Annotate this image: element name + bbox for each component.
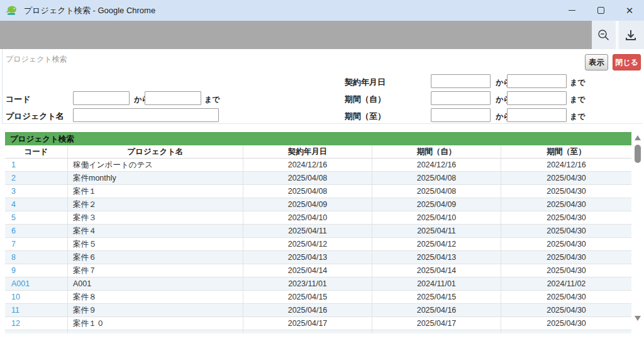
table-cell: 2025/04/14 — [372, 264, 501, 277]
project-name-input[interactable] — [73, 108, 219, 122]
table-cell — [5, 330, 68, 333]
table-cell: A001 — [68, 277, 243, 290]
table-cell: 2024/11/02 — [501, 277, 631, 290]
table-cell: 2023/11/01 — [243, 277, 372, 290]
table-cell: 7 — [5, 238, 68, 250]
period-to-to-input[interactable] — [507, 108, 567, 122]
table-cell: 案件monthly — [68, 172, 243, 184]
period-to-from-input[interactable] — [431, 108, 491, 122]
code-link[interactable]: 11 — [11, 306, 19, 315]
code-link[interactable]: 4 — [11, 200, 16, 209]
download-button[interactable] — [619, 21, 643, 49]
contract-date-from-input[interactable] — [431, 74, 491, 88]
table-cell: 2025/04/09 — [372, 198, 501, 211]
table-cell: 2024/12/16 — [243, 159, 372, 171]
table-cell: 案件３ — [68, 211, 243, 224]
search-form-panel: プロジェクト検索 表示 閉じる コード から まで プロジェクト名 契約年月日 … — [2, 49, 642, 124]
window-title: プロジェクト検索 - Google Chrome — [24, 5, 155, 16]
zoom-out-button[interactable] — [592, 21, 616, 49]
table-cell: 8 — [5, 251, 68, 264]
period-to-to-suffix: まで — [570, 111, 586, 122]
grid-header-row: コード プロジェクト名 契約年月日 期間（自） 期間（至） — [5, 145, 631, 159]
table-cell: 2025/04/13 — [372, 251, 501, 264]
table-cell: 案件５ — [68, 238, 243, 250]
table-row: 10案件８2025/04/152025/04/152025/04/30 — [5, 291, 631, 304]
table-cell: 2025/04/30 — [501, 185, 631, 198]
table-cell: 12 — [5, 317, 68, 330]
app-favicon-icon — [5, 5, 19, 16]
code-link[interactable]: 12 — [11, 319, 20, 328]
close-button[interactable]: ✕ — [615, 0, 644, 21]
table-cell: 4 — [5, 198, 68, 211]
code-link[interactable]: 9 — [11, 266, 16, 275]
table-cell: 3 — [5, 185, 68, 198]
table-cell: 2025/04/30 — [501, 264, 631, 277]
minimize-button[interactable] — [557, 0, 586, 21]
table-cell: 2025/04/30 — [501, 317, 631, 330]
table-cell: 2025/04/12 — [243, 238, 372, 250]
table-cell: 2025/04/16 — [372, 304, 501, 316]
table-row: 7案件５2025/04/122025/04/122025/04/30 — [5, 238, 631, 251]
minimize-icon — [569, 10, 575, 11]
close-form-button[interactable]: 閉じる — [613, 54, 641, 70]
code-to-suffix: まで — [204, 94, 220, 105]
table-cell: 案件９ — [68, 304, 243, 316]
table-cell: A001 — [5, 277, 68, 290]
code-label: コード — [6, 94, 31, 105]
table-cell: 2025/04/15 — [243, 291, 372, 303]
maximize-button[interactable] — [586, 0, 615, 21]
table-cell: 2025/04/30 — [501, 304, 631, 316]
table-cell: 2024/12/16 — [501, 159, 631, 171]
table-cell: 2025/04/09 — [243, 198, 372, 211]
code-link[interactable]: 8 — [11, 253, 16, 262]
vertical-scrollbar[interactable] — [633, 133, 643, 325]
column-header-project-name: プロジェクト名 — [68, 145, 243, 158]
code-link[interactable]: 6 — [11, 227, 16, 235]
project-name-label: プロジェクト名 — [6, 111, 64, 122]
table-row: 9案件７2025/04/142025/04/142025/04/30 — [5, 264, 631, 277]
table-cell: 2025/04/11 — [243, 225, 372, 237]
period-from-to-input[interactable] — [507, 91, 567, 105]
table-cell: 5 — [5, 211, 68, 224]
table-cell: 2025/04/14 — [243, 264, 372, 277]
code-link[interactable]: 5 — [11, 213, 16, 222]
table-cell: 案件２ — [68, 198, 243, 211]
code-link[interactable]: 1 — [11, 160, 16, 169]
column-header-period-from: 期間（自） — [372, 145, 501, 158]
table-cell: 2025/04/11 — [372, 225, 501, 237]
table-row: 5案件３2025/04/102025/04/102025/04/30 — [5, 211, 631, 225]
period-to-label: 期間（至） — [345, 111, 386, 122]
code-link[interactable]: 2 — [11, 174, 16, 182]
window-titlebar: プロジェクト検索 - Google Chrome ✕ — [0, 0, 644, 21]
table-cell — [501, 330, 631, 333]
table-row: 11案件９2025/04/162025/04/162025/04/30 — [5, 304, 631, 317]
table-row — [5, 330, 631, 333]
code-link[interactable]: 7 — [11, 240, 16, 249]
code-link[interactable]: A001 — [11, 279, 30, 288]
show-button[interactable]: 表示 — [585, 54, 608, 70]
contract-date-to-input[interactable] — [507, 74, 567, 88]
table-cell: 案件８ — [68, 291, 243, 303]
code-link[interactable]: 3 — [11, 187, 16, 196]
table-cell: 2025/04/30 — [501, 211, 631, 224]
period-from-from-input[interactable] — [431, 91, 491, 105]
table-cell: 2025/04/08 — [243, 172, 372, 184]
period-from-label: 期間（自） — [345, 94, 386, 105]
scroll-down-icon[interactable] — [635, 316, 641, 321]
zoom-out-icon — [597, 28, 611, 42]
code-to-input[interactable] — [145, 91, 201, 105]
table-cell — [243, 330, 372, 333]
table-cell: 2025/04/30 — [501, 198, 631, 211]
form-legend: プロジェクト検索 — [6, 54, 67, 65]
scroll-up-icon[interactable] — [635, 135, 641, 140]
download-icon — [624, 28, 638, 42]
table-cell: 2024/12/16 — [372, 159, 501, 171]
table-cell: 2025/04/17 — [372, 317, 501, 330]
contract-date-to-suffix: まで — [570, 77, 586, 88]
table-cell: 案件７ — [68, 264, 243, 277]
table-cell: 2025/04/08 — [243, 185, 372, 198]
code-from-input[interactable] — [73, 91, 130, 105]
code-link[interactable]: 10 — [11, 293, 20, 301]
scrollbar-thumb[interactable] — [635, 145, 641, 163]
table-cell: 案件１０ — [68, 317, 243, 330]
